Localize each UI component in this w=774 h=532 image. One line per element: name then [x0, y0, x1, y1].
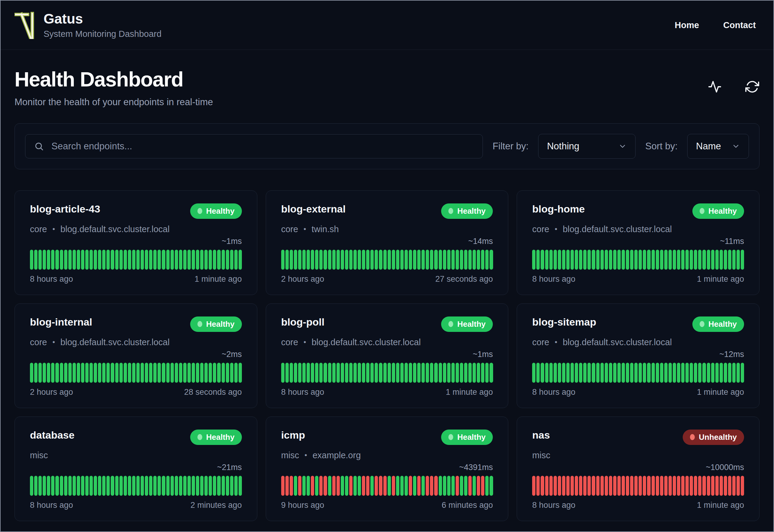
uptime-bar: [600, 363, 604, 383]
page-subtitle: Monitor the health of your endpoints in …: [15, 97, 213, 108]
uptime-bar: [622, 250, 625, 270]
cards-grid: blog-article-43 Healthy core • blog.defa…: [15, 190, 759, 521]
uptime-bar: [98, 250, 101, 270]
uptime-bar: [30, 476, 33, 496]
uptime-bar: [413, 363, 416, 383]
uptime-bar: [681, 250, 685, 270]
uptime-bar: [345, 250, 348, 270]
sort-select[interactable]: Name: [687, 134, 749, 159]
nav-link-contact[interactable]: Contact: [723, 20, 756, 30]
uptime-bar: [153, 363, 157, 383]
uptime-bar: [77, 363, 80, 383]
uptime-bar: [200, 476, 203, 496]
uptime-bar: [362, 363, 365, 383]
meta-separator: •: [304, 338, 306, 346]
uptime-bar: [209, 476, 212, 496]
uptime-bar: [737, 250, 740, 270]
uptime-bar: [73, 476, 76, 496]
endpoint-card[interactable]: icmp Healthy misc • example.org ~4391ms …: [266, 417, 509, 521]
uptime-bar: [294, 363, 297, 383]
uptime-bar: [707, 476, 710, 496]
uptime-bar: [460, 363, 463, 383]
uptime-bar: [290, 476, 293, 496]
status-label: Healthy: [708, 320, 737, 329]
uptime-bar: [468, 363, 472, 383]
uptime-bar: [145, 476, 148, 496]
uptime-bar: [741, 476, 744, 496]
uptime-bar: [106, 250, 110, 270]
endpoint-card[interactable]: blog-internal Healthy core • blog.defaul…: [15, 303, 257, 408]
uptime-bar: [558, 250, 561, 270]
uptime-bar: [532, 250, 535, 270]
uptime-bar: [664, 363, 668, 383]
uptime-bar: [400, 476, 404, 496]
uptime-bar: [196, 363, 199, 383]
activity-button[interactable]: [707, 79, 722, 94]
uptime-bar: [417, 476, 421, 496]
uptime-bar: [456, 363, 459, 383]
endpoint-card[interactable]: blog-home Healthy core • blog.default.sv…: [517, 190, 759, 295]
uptime-bar: [64, 363, 67, 383]
uptime-bar: [204, 250, 208, 270]
uptime-history-bars: [30, 363, 242, 383]
uptime-bar: [222, 363, 225, 383]
latency-value: ~21ms: [30, 463, 242, 472]
uptime-bar: [396, 250, 399, 270]
uptime-bar: [460, 476, 463, 496]
uptime-bar: [405, 250, 408, 270]
uptime-bar: [473, 476, 476, 496]
top-bar: Gatus System Monitoring Dashboard Home C…: [1, 1, 773, 50]
uptime-bar: [375, 363, 378, 383]
refresh-button[interactable]: [745, 79, 759, 94]
uptime-bar: [579, 250, 582, 270]
endpoint-card[interactable]: nas Unhealthy misc ~10000ms 8 hours ago …: [517, 417, 759, 521]
latency-value: ~14ms: [281, 237, 493, 246]
uptime-bar: [302, 363, 306, 383]
uptime-bar: [200, 250, 203, 270]
uptime-bar: [677, 476, 680, 496]
endpoint-card[interactable]: blog-sitemap Healthy core • blog.default…: [517, 303, 759, 408]
uptime-bar: [583, 476, 587, 496]
endpoint-meta: misc • example.org: [281, 450, 493, 460]
uptime-bar: [566, 250, 570, 270]
endpoint-card[interactable]: blog-poll Healthy core • blog.default.sv…: [266, 303, 509, 408]
uptime-bar: [162, 250, 165, 270]
uptime-bar: [741, 250, 744, 270]
nav-link-home[interactable]: Home: [675, 20, 699, 30]
uptime-bar: [690, 250, 693, 270]
uptime-bar: [192, 476, 195, 496]
uptime-bar: [73, 250, 76, 270]
uptime-bar: [68, 363, 72, 383]
endpoint-card[interactable]: blog-external Healthy core • twin.sh ~14…: [266, 190, 509, 295]
filter-select[interactable]: Nothing: [538, 134, 636, 159]
uptime-bar: [673, 363, 676, 383]
uptime-bar: [643, 250, 646, 270]
uptime-bar: [98, 363, 101, 383]
uptime-bar: [737, 476, 740, 496]
time-range: 8 hours ago 1 minute ago: [532, 501, 744, 510]
uptime-bar: [681, 476, 685, 496]
uptime-bar: [64, 250, 67, 270]
uptime-bar: [647, 250, 650, 270]
uptime-bar: [656, 250, 659, 270]
uptime-bar: [485, 250, 489, 270]
uptime-bar: [536, 363, 540, 383]
uptime-bar: [307, 363, 310, 383]
uptime-bar: [192, 250, 195, 270]
uptime-bar: [383, 476, 387, 496]
uptime-bar: [634, 476, 638, 496]
endpoint-card[interactable]: blog-article-43 Healthy core • blog.defa…: [15, 190, 257, 295]
uptime-bar: [579, 363, 582, 383]
uptime-bar: [430, 476, 433, 496]
search-input[interactable]: [25, 134, 483, 158]
uptime-bar: [85, 476, 89, 496]
uptime-history-bars: [30, 250, 242, 270]
uptime-bar: [119, 250, 123, 270]
endpoint-card[interactable]: database Healthy misc ~21ms 8 hours ago …: [15, 417, 257, 521]
uptime-bar: [102, 476, 106, 496]
uptime-bar: [81, 363, 84, 383]
uptime-bar: [30, 250, 33, 270]
uptime-bar: [609, 250, 612, 270]
status-label: Healthy: [457, 320, 486, 329]
uptime-bar: [132, 476, 135, 496]
